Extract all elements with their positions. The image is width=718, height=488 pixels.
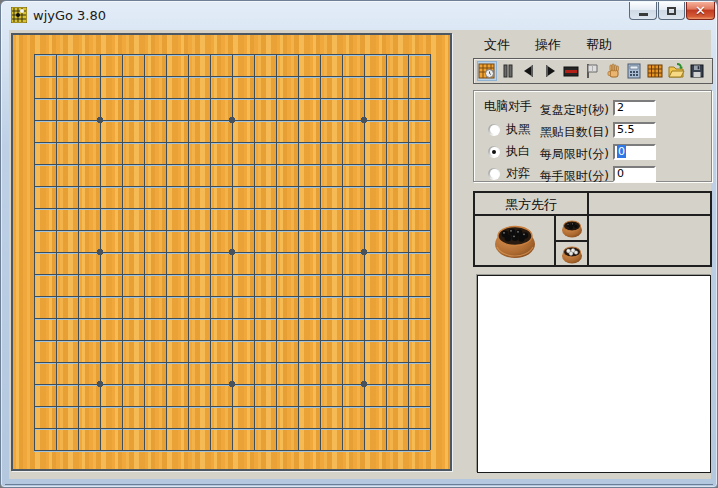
close-button[interactable]: ✕ [686, 2, 715, 20]
turn-indicator: 黑方先行 [475, 196, 587, 214]
small-white-stones-bowl [560, 243, 584, 265]
divider [475, 214, 710, 216]
field-row-replay-timer: 复盘定时(秒) 2 [474, 100, 713, 116]
move-time-limit-input[interactable]: 0 [613, 166, 656, 182]
open-folder-icon [667, 62, 685, 80]
komi-input[interactable]: 5.5 [613, 122, 656, 138]
go-board[interactable] [11, 33, 452, 471]
menu-operation[interactable]: 操作 [531, 35, 565, 55]
titlebar[interactable]: wjyGo 3.80 ✕ [1, 1, 717, 30]
minimize-icon [639, 13, 648, 16]
stop-icon [562, 62, 580, 80]
open-file-button[interactable] [666, 61, 686, 81]
save-file-button[interactable] [687, 61, 707, 81]
step-forward-icon [541, 62, 559, 80]
client-area: 文件 操作 帮助 [9, 30, 711, 479]
pause-icon [499, 62, 517, 80]
field-label: 黑贴目数(目) [540, 124, 609, 141]
board-grid [13, 35, 450, 469]
field-row-komi: 黑贴目数(目) 5.5 [474, 122, 713, 138]
app-icon [11, 7, 27, 23]
window-title: wjyGo 3.80 [33, 8, 106, 23]
replay-timer-input[interactable]: 2 [613, 100, 656, 116]
count-button[interactable] [624, 61, 644, 81]
maximize-button[interactable] [658, 2, 685, 20]
field-label: 每手限时(分) [540, 168, 609, 185]
board-settings-button[interactable] [645, 61, 665, 81]
field-label: 复盘定时(秒) [540, 102, 609, 119]
field-row-game-time-limit: 每局限时(分) 0 [474, 144, 713, 160]
pass-hand-button[interactable] [603, 61, 623, 81]
big-black-stones-bowl [491, 219, 539, 261]
app-window: wjyGo 3.80 ✕ 文件 操作 帮助 [0, 0, 718, 488]
maximize-icon [667, 7, 676, 15]
new-game-button[interactable] [477, 61, 497, 81]
step-back-icon [520, 62, 538, 80]
close-icon: ✕ [695, 4, 706, 17]
divider [587, 193, 589, 265]
divider [554, 240, 589, 242]
step-forward-button[interactable] [540, 61, 560, 81]
flag-icon [583, 62, 601, 80]
count-calculator-icon [625, 62, 643, 80]
toolbar [473, 58, 713, 84]
flag-button[interactable] [582, 61, 602, 81]
save-disk-icon [688, 62, 706, 80]
field-row-move-time-limit: 每手限时(分) 0 [474, 166, 713, 182]
small-black-stones-bowl [560, 217, 584, 239]
stop-button[interactable] [561, 61, 581, 81]
board-grid-icon [646, 62, 664, 80]
pass-hand-icon [604, 62, 622, 80]
status-table: 黑方先行 [473, 191, 712, 267]
menu-help[interactable]: 帮助 [582, 35, 616, 55]
menu-file[interactable]: 文件 [480, 35, 514, 55]
new-game-icon [478, 62, 496, 80]
field-label: 每局限时(分) [540, 146, 609, 163]
minimize-button[interactable] [629, 2, 657, 20]
pause-button[interactable] [498, 61, 518, 81]
settings-groupbox: 电脑对手 执黑 执白 对弈 复盘定时(秒) 2 黑贴目数(目) 5.5 [473, 90, 712, 182]
menubar: 文件 操作 帮助 [480, 35, 616, 55]
step-back-button[interactable] [519, 61, 539, 81]
game-time-limit-input[interactable]: 0 [613, 144, 656, 160]
move-list-panel[interactable] [477, 275, 711, 473]
